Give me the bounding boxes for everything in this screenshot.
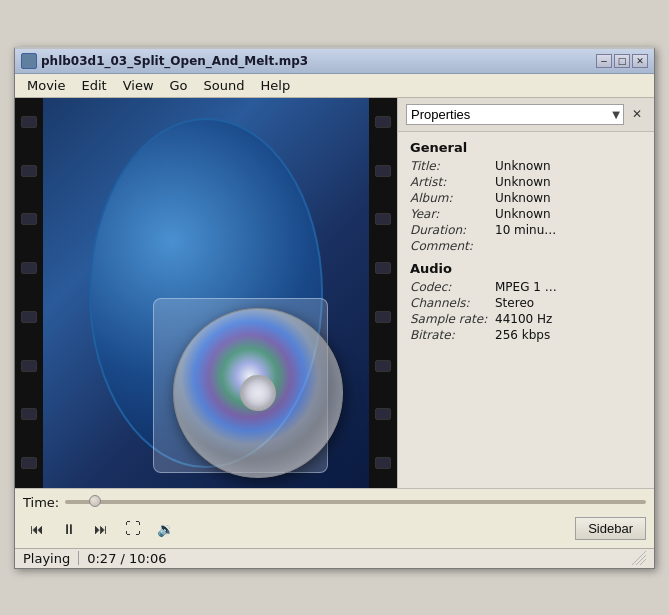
prop-duration-row: Duration: 10 minu…	[410, 223, 642, 237]
video-content	[43, 98, 369, 488]
main-window: phlb03d1_03_Split_Open_And_Melt.mp3 − □ …	[14, 47, 655, 569]
film-hole	[21, 457, 37, 469]
status-time: 0:27 / 10:06	[87, 551, 166, 566]
titlebar-left: phlb03d1_03_Split_Open_And_Melt.mp3	[21, 53, 308, 69]
minimize-button[interactable]: −	[596, 54, 612, 68]
prop-year-row: Year: Unknown	[410, 207, 642, 221]
svg-line-0	[632, 551, 646, 565]
cd-disc	[173, 308, 343, 478]
time-slider-track[interactable]	[65, 500, 646, 504]
properties-dropdown[interactable]: Properties	[406, 104, 624, 125]
prop-samplerate-row: Sample rate: 44100 Hz	[410, 312, 642, 326]
menu-sound[interactable]: Sound	[196, 76, 253, 95]
prop-codec-row: Codec: MPEG 1 …	[410, 280, 642, 294]
cd-outer	[173, 308, 343, 478]
section-general-title: General	[410, 140, 642, 155]
prop-comment-key: Comment:	[410, 239, 495, 253]
prop-bitrate-key: Bitrate:	[410, 328, 495, 342]
sidebar-header: Properties ▼ ✕	[398, 98, 654, 132]
film-hole	[375, 360, 391, 372]
media-icon-container	[79, 108, 333, 478]
film-hole	[21, 360, 37, 372]
film-hole	[21, 408, 37, 420]
film-hole	[375, 311, 391, 323]
prop-year-key: Year:	[410, 207, 495, 221]
prop-album-key: Album:	[410, 191, 495, 205]
media-view	[15, 98, 397, 488]
prop-bitrate-value: 256 kbps	[495, 328, 550, 342]
window-title: phlb03d1_03_Split_Open_And_Melt.mp3	[41, 54, 308, 68]
time-slider-thumb[interactable]	[89, 495, 101, 507]
prop-artist-row: Artist: Unknown	[410, 175, 642, 189]
playback-state: Playing	[23, 551, 70, 566]
sidebar-panel: Properties ▼ ✕ General Title: Unknown Ar…	[397, 98, 654, 488]
maximize-button[interactable]: □	[614, 54, 630, 68]
prop-artist-key: Artist:	[410, 175, 495, 189]
film-hole	[21, 116, 37, 128]
prop-album-value: Unknown	[495, 191, 551, 205]
film-hole	[21, 311, 37, 323]
status-divider	[78, 551, 79, 565]
cd-center-hole	[240, 375, 276, 411]
prop-samplerate-key: Sample rate:	[410, 312, 495, 326]
play-pause-button[interactable]: ⏸	[55, 516, 83, 542]
menu-go[interactable]: Go	[162, 76, 196, 95]
sidebar-close-button[interactable]: ✕	[628, 105, 646, 123]
film-hole	[375, 262, 391, 274]
film-hole	[21, 262, 37, 274]
prop-comment-row: Comment:	[410, 239, 642, 253]
prop-samplerate-value: 44100 Hz	[495, 312, 552, 326]
film-hole	[375, 408, 391, 420]
prop-title-value: Unknown	[495, 159, 551, 173]
film-hole	[375, 165, 391, 177]
fullscreen-button[interactable]: ⛶	[119, 516, 147, 542]
close-button[interactable]: ✕	[632, 54, 648, 68]
prop-codec-value: MPEG 1 …	[495, 280, 557, 294]
menubar: Movie Edit View Go Sound Help	[15, 74, 654, 98]
properties-select-wrapper: Properties ▼	[406, 104, 624, 125]
prop-year-value: Unknown	[495, 207, 551, 221]
properties-content: General Title: Unknown Artist: Unknown A…	[398, 132, 654, 352]
prop-channels-row: Channels: Stereo	[410, 296, 642, 310]
menu-help[interactable]: Help	[253, 76, 299, 95]
film-hole	[375, 457, 391, 469]
rewind-button[interactable]: ⏮	[23, 516, 51, 542]
prop-album-row: Album: Unknown	[410, 191, 642, 205]
film-hole	[375, 213, 391, 225]
filmstrip-left	[15, 98, 43, 488]
prop-duration-value: 10 minu…	[495, 223, 556, 237]
film-hole	[21, 213, 37, 225]
titlebar: phlb03d1_03_Split_Open_And_Melt.mp3 − □ …	[15, 49, 654, 74]
film-hole	[375, 116, 391, 128]
menu-view[interactable]: View	[115, 76, 162, 95]
resize-grip-icon[interactable]	[632, 551, 646, 565]
menu-edit[interactable]: Edit	[73, 76, 114, 95]
buttons-row: ⏮ ⏸ ⏭ ⛶ 🔉 Sidebar	[15, 512, 654, 548]
section-audio-title: Audio	[410, 261, 642, 276]
status-bar: Playing 0:27 / 10:06	[15, 548, 654, 568]
prop-bitrate-row: Bitrate: 256 kbps	[410, 328, 642, 342]
prop-title-key: Title:	[410, 159, 495, 173]
prop-channels-value: Stereo	[495, 296, 534, 310]
prop-artist-value: Unknown	[495, 175, 551, 189]
time-label: Time:	[23, 495, 59, 510]
menu-movie[interactable]: Movie	[19, 76, 73, 95]
app-icon	[21, 53, 37, 69]
fast-forward-button[interactable]: ⏭	[87, 516, 115, 542]
sidebar-toggle-button[interactable]: Sidebar	[575, 517, 646, 540]
filmstrip-right	[369, 98, 397, 488]
titlebar-buttons: − □ ✕	[596, 54, 648, 68]
prop-title-row: Title: Unknown	[410, 159, 642, 173]
prop-codec-key: Codec:	[410, 280, 495, 294]
volume-button[interactable]: 🔉	[151, 516, 179, 542]
time-row: Time:	[15, 489, 654, 512]
content-area: Properties ▼ ✕ General Title: Unknown Ar…	[15, 98, 654, 488]
prop-channels-key: Channels:	[410, 296, 495, 310]
prop-duration-key: Duration:	[410, 223, 495, 237]
controls-area: Time: ⏮ ⏸ ⏭ ⛶ 🔉 Sidebar	[15, 488, 654, 548]
film-hole	[21, 165, 37, 177]
